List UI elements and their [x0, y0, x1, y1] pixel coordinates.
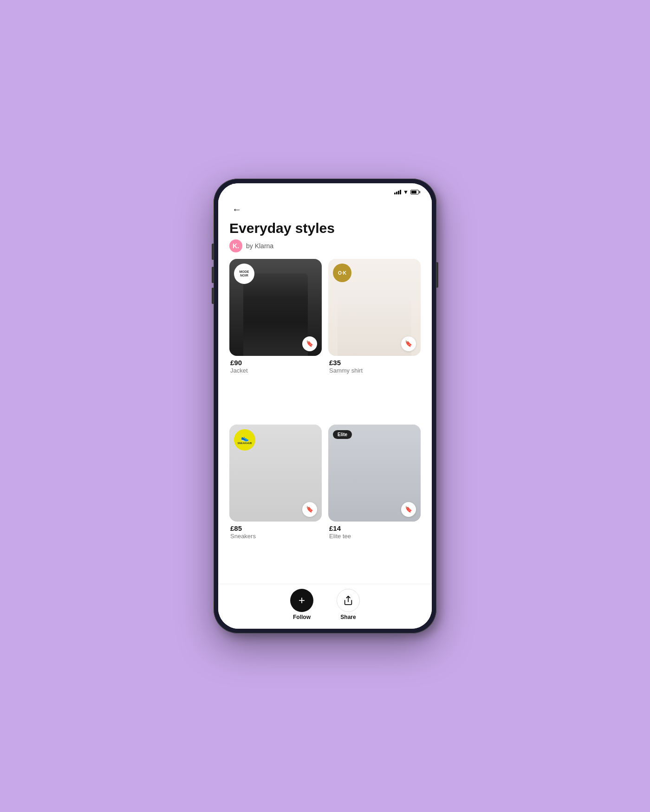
author-row: K. by Klarna	[229, 239, 421, 252]
share-button-circle[interactable]	[337, 589, 360, 612]
product-info-jacket: £90 Jacket	[229, 359, 322, 374]
product-card-shirt[interactable]: O·K 🔖 £35 Sammy shirt	[328, 259, 421, 418]
product-card-shoes[interactable]: 👟 SNEAKHUB 🔖 £85 Sneakers	[229, 425, 322, 584]
product-image-jacket[interactable]: MODE NOIR 🔖	[229, 259, 322, 356]
product-price-shoes: £85	[230, 524, 321, 532]
product-image-tshirt[interactable]: Elite 🔖	[328, 425, 421, 522]
status-icons: ▼	[394, 189, 419, 195]
product-info-shoes: £85 Sneakers	[229, 524, 322, 540]
klarna-badge: K.	[229, 239, 242, 252]
share-label: Share	[340, 614, 356, 620]
product-name-tshirt: Elite tee	[329, 533, 420, 540]
shop-badge-mode-noir: MODE NOIR	[234, 264, 254, 284]
phone-frame: ▼ ← Everyday styles K. by Klarna	[214, 179, 436, 633]
bookmark-icon-shirt: 🔖	[405, 340, 412, 347]
product-card-jacket[interactable]: MODE NOIR 🔖 £90 Jacket	[229, 259, 322, 418]
back-arrow-icon: ←	[232, 204, 241, 215]
product-name-shirt: Sammy shirt	[329, 367, 420, 374]
product-grid: MODE NOIR 🔖 £90 Jacket	[218, 252, 432, 584]
wifi-icon: ▼	[403, 189, 409, 195]
product-info-shirt: £35 Sammy shirt	[328, 359, 421, 374]
back-button[interactable]: ←	[229, 202, 244, 217]
product-image-shirt[interactable]: O·K 🔖	[328, 259, 421, 356]
product-price-shirt: £35	[329, 359, 420, 367]
bookmark-icon-shoes: 🔖	[306, 506, 313, 513]
bookmark-button-shirt[interactable]: 🔖	[401, 336, 416, 351]
bookmark-icon-tshirt: 🔖	[405, 506, 412, 513]
share-button[interactable]: Share	[337, 589, 360, 620]
product-price-jacket: £90	[230, 359, 321, 367]
battery-icon	[410, 190, 419, 194]
share-icon	[343, 595, 353, 606]
product-price-tshirt: £14	[329, 524, 420, 532]
action-bar: + Follow Share	[218, 584, 432, 629]
shop-badge-sneakhub: 👟 SNEAKHUB	[234, 429, 255, 451]
product-info-tshirt: £14 Elite tee	[328, 524, 421, 540]
follow-button[interactable]: + Follow	[290, 589, 313, 620]
shop-badge-elite: Elite	[333, 430, 352, 439]
product-card-tshirt[interactable]: Elite 🔖 £14 Elite tee	[328, 425, 421, 584]
product-name-shoes: Sneakers	[230, 533, 321, 540]
follow-label: Follow	[293, 614, 311, 620]
author-text: by Klarna	[246, 242, 273, 250]
shop-badge-ok: O·K	[333, 264, 351, 282]
signal-icon	[394, 190, 401, 194]
app-content: ← Everyday styles K. by Klarna MODE NOIR	[218, 197, 432, 629]
phone-screen: ▼ ← Everyday styles K. by Klarna	[218, 183, 432, 629]
bookmark-button-tshirt[interactable]: 🔖	[401, 502, 416, 517]
page-header: ← Everyday styles K. by Klarna	[218, 197, 432, 252]
product-image-shoes[interactable]: 👟 SNEAKHUB 🔖	[229, 425, 322, 522]
status-bar: ▼	[218, 183, 432, 197]
product-name-jacket: Jacket	[230, 367, 321, 374]
plus-icon: +	[299, 594, 305, 607]
bookmark-button-jacket[interactable]: 🔖	[302, 336, 317, 351]
follow-button-circle[interactable]: +	[290, 589, 313, 612]
bookmark-button-shoes[interactable]: 🔖	[302, 502, 317, 517]
page-title: Everyday styles	[229, 220, 421, 236]
bookmark-icon: 🔖	[306, 340, 313, 347]
